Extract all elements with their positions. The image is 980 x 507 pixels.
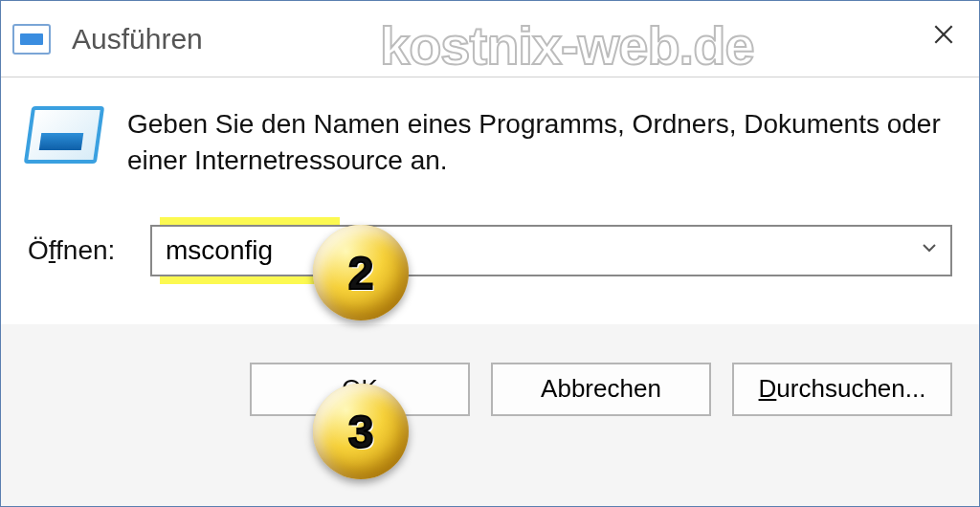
open-label-prefix: Ö	[28, 235, 49, 265]
run-dialog: Ausführen kostnix-web.de Geben Sie den N…	[0, 0, 980, 507]
open-label: Öffnen:	[28, 235, 127, 266]
cancel-button[interactable]: Abbrechen	[491, 363, 711, 416]
close-icon	[931, 22, 956, 47]
ok-button[interactable]: OK	[250, 363, 470, 416]
chevron-down-icon	[918, 236, 941, 259]
open-row: Öffnen:	[28, 225, 952, 276]
open-combobox[interactable]	[150, 225, 952, 276]
button-bar: OK Abbrechen Durchsuchen...	[1, 324, 979, 454]
window-title: Ausführen	[72, 23, 203, 55]
browse-rest: urchsuchen...	[776, 374, 925, 403]
close-button[interactable]	[920, 11, 968, 58]
run-titlebar-icon	[12, 24, 51, 55]
titlebar: Ausführen	[1, 1, 979, 77]
open-input[interactable]	[166, 235, 937, 266]
open-label-accel: f	[49, 235, 56, 265]
description-text: Geben Sie den Namen eines Programms, Ord…	[127, 106, 952, 179]
run-icon	[28, 106, 100, 171]
browse-accel: D	[759, 374, 777, 403]
open-label-suffix: fnen:	[56, 235, 115, 265]
dialog-content: Geben Sie den Namen eines Programms, Ord…	[1, 77, 979, 324]
dropdown-button[interactable]	[918, 235, 941, 266]
browse-button[interactable]: Durchsuchen...	[732, 363, 952, 416]
